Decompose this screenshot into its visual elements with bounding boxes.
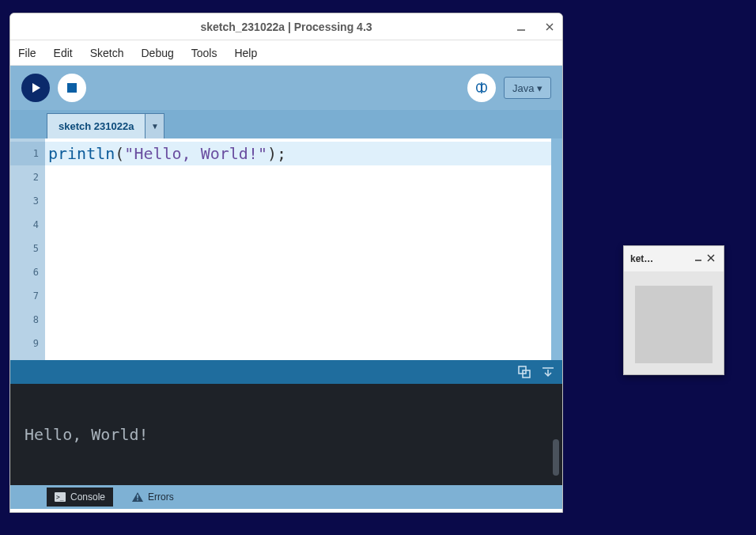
tab-sketch[interactable]: sketch 231022a <box>47 113 146 138</box>
gutter: 1 2 3 4 5 6 7 8 9 <box>10 138 45 360</box>
tab-sketch-label: sketch 231022a <box>59 120 134 132</box>
debugger-button[interactable] <box>467 74 496 102</box>
run-button[interactable] <box>21 74 50 102</box>
mode-selector[interactable]: Java ▾ <box>504 77 551 99</box>
sketch-titlebar[interactable]: ket… <box>624 246 724 271</box>
line-number: 8 <box>10 308 45 332</box>
chevron-down-icon: ▼ <box>151 122 159 131</box>
editor: 1 2 3 4 5 6 7 8 9 println("Hello, World!… <box>10 138 562 360</box>
line-number: 9 <box>10 332 45 355</box>
tabbar: sketch 231022a ▼ <box>10 110 562 138</box>
line-number: 6 <box>10 260 45 284</box>
status-divider[interactable] <box>10 360 562 384</box>
line-number: 7 <box>10 284 45 308</box>
menu-file[interactable]: File <box>18 47 36 59</box>
console-scrollbar[interactable] <box>553 439 559 476</box>
processing-window: sketch_231022a | Processing 4.3 File Edi… <box>9 13 563 513</box>
line-number: 1 <box>10 142 45 165</box>
svg-marker-3 <box>32 83 40 93</box>
line-number: 4 <box>10 213 45 237</box>
sketch-minimize-button[interactable] <box>692 253 705 264</box>
mode-label: Java ▾ <box>512 82 542 94</box>
console-line: Hello, World! <box>25 425 149 444</box>
code-line: println("Hello, World!"); <box>45 142 551 165</box>
tab-errors-label: Errors <box>148 491 174 503</box>
line-number: 3 <box>10 189 45 213</box>
warning-icon <box>132 492 143 502</box>
sketch-output-window[interactable]: ket… <box>623 245 724 375</box>
collapse-icon[interactable] <box>542 366 554 378</box>
sketch-close-button[interactable] <box>705 253 717 264</box>
tab-console[interactable]: >_ Console <box>47 488 113 507</box>
stop-icon <box>67 83 77 93</box>
tab-dropdown[interactable]: ▼ <box>146 113 164 138</box>
sketch-window-title: ket… <box>630 253 692 264</box>
window-title: sketch_231022a | Processing 4.3 <box>200 21 372 33</box>
svg-rect-14 <box>137 495 138 499</box>
svg-rect-15 <box>137 499 138 501</box>
console-output[interactable]: Hello, World! <box>10 384 562 485</box>
close-button[interactable] <box>542 19 558 35</box>
line-number: 2 <box>10 165 45 189</box>
sketch-canvas <box>635 286 713 363</box>
line-number: 5 <box>10 237 45 260</box>
svg-text:>_: >_ <box>56 494 64 501</box>
menu-sketch[interactable]: Sketch <box>90 47 124 59</box>
minimize-button[interactable] <box>513 19 529 35</box>
tab-console-label: Console <box>70 491 105 503</box>
play-icon <box>30 82 41 93</box>
bottom-tabs: >_ Console Errors <box>10 485 562 509</box>
code-area[interactable]: println("Hello, World!"); <box>45 138 551 360</box>
toolbar: Java ▾ <box>10 66 562 110</box>
stop-button[interactable] <box>58 74 86 102</box>
menubar: File Edit Sketch Debug Tools Help <box>10 40 562 66</box>
bug-icon <box>474 81 489 95</box>
menu-help[interactable]: Help <box>234 47 257 59</box>
menu-edit[interactable]: Edit <box>54 47 73 59</box>
menu-debug[interactable]: Debug <box>142 47 174 59</box>
tab-errors[interactable]: Errors <box>124 488 182 507</box>
menu-tools[interactable]: Tools <box>191 47 217 59</box>
console-icon: >_ <box>55 492 66 502</box>
titlebar[interactable]: sketch_231022a | Processing 4.3 <box>10 13 562 40</box>
expand-icon[interactable] <box>518 366 531 378</box>
